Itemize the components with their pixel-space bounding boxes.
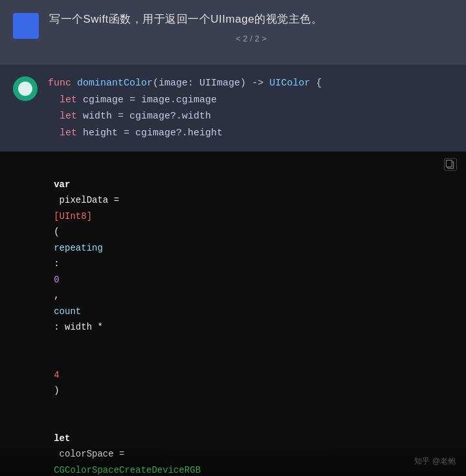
code-line-2: let cgimage = image.cgimage <box>48 92 453 109</box>
ai-avatar-inner <box>18 82 32 96</box>
terminal-line-2: 4 ) <box>10 351 456 414</box>
ai-response-area: func dominantColor(image: UIImage) -> UI… <box>0 65 466 148</box>
terminal-line-3: let colorSpace = CGColorSpaceCreateDevic… <box>10 414 456 476</box>
watermark: 知乎 @老鲍 <box>414 455 456 468</box>
user-message-area: 写一个Swift函数，用于返回一个UIImage的视觉主色。 < 2 / 2 > <box>0 0 466 65</box>
code-line-4: let height = cgimage?.height <box>48 125 453 142</box>
svg-rect-1 <box>446 160 452 166</box>
code-line-3: let width = cgimage?.width <box>48 108 453 125</box>
ai-avatar <box>13 76 38 101</box>
user-message-content: 写一个Swift函数，用于返回一个UIImage的视觉主色。 < 2 / 2 > <box>49 12 453 43</box>
pagination[interactable]: < 2 / 2 > <box>49 34 453 43</box>
code-line-1: func dominantColor(image: UIImage) -> UI… <box>48 75 453 92</box>
terminal-line-1: var pixelData = [UInt8] ( repeating : 0 … <box>10 161 456 351</box>
terminal-code: var pixelData = [UInt8] ( repeating : 0 … <box>10 161 456 476</box>
user-message-text: 写一个Swift函数，用于返回一个UIImage的视觉主色。 <box>49 12 453 27</box>
app-container: 写一个Swift函数，用于返回一个UIImage的视觉主色。 < 2 / 2 >… <box>0 0 466 476</box>
ai-code-block: func dominantColor(image: UIImage) -> UI… <box>48 75 453 141</box>
terminal-section: var pixelData = [UInt8] ( repeating : 0 … <box>0 152 466 476</box>
copy-icon[interactable] <box>444 158 457 171</box>
user-avatar <box>13 13 39 39</box>
